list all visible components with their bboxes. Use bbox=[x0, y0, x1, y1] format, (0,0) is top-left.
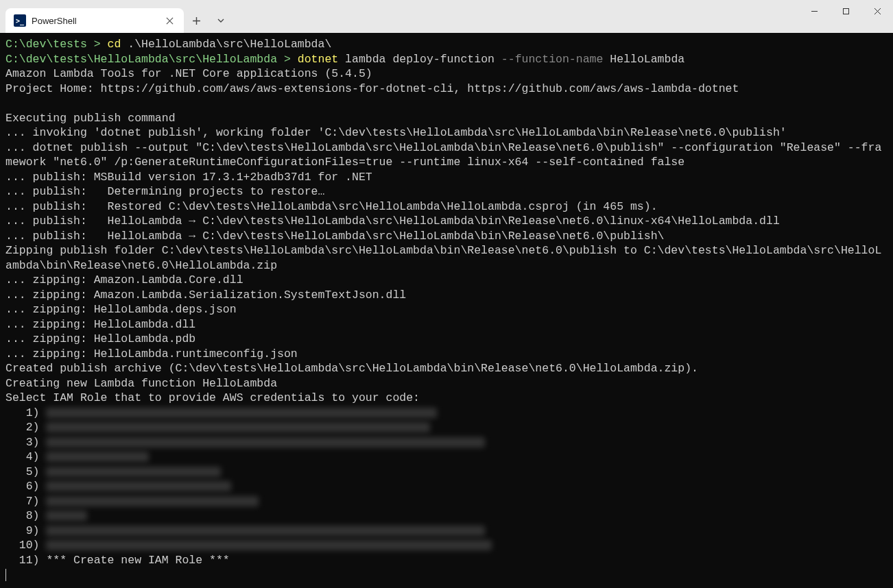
output-line: Zipping publish folder C:\dev\tests\Hell… bbox=[5, 244, 881, 272]
iam-role-option[interactable]: 5) bbox=[5, 465, 888, 480]
output-line: ... publish: Restored C:\dev\tests\Hello… bbox=[5, 200, 658, 213]
output-line: Select IAM Role that to provide AWS cred… bbox=[5, 391, 420, 404]
redacted-role-name bbox=[46, 511, 87, 521]
output-line: ... zipping: HelloLambda.deps.json bbox=[5, 303, 237, 316]
tab-close-button[interactable] bbox=[163, 14, 176, 27]
minimize-button[interactable] bbox=[798, 0, 830, 22]
output-line: ... publish: Determining projects to res… bbox=[5, 185, 324, 198]
prompt-path: C:\dev\tests bbox=[5, 38, 94, 51]
redacted-role-name bbox=[46, 408, 437, 418]
role-number: 2) bbox=[5, 420, 40, 435]
redacted-role-name bbox=[46, 526, 485, 536]
redacted-role-name bbox=[46, 452, 149, 462]
output-line: Executing publish command bbox=[5, 112, 176, 125]
output-line: ... publish: MSBuild version 17.3.1+2bad… bbox=[5, 171, 372, 184]
close-button[interactable] bbox=[861, 0, 893, 22]
output-line: ... zipping: Amazon.Lambda.Serialization… bbox=[5, 289, 406, 302]
role-number: 6) bbox=[5, 479, 40, 494]
role-number: 11) bbox=[5, 553, 40, 568]
tab-title: PowerShell bbox=[32, 16, 158, 26]
role-number: 10) bbox=[5, 538, 40, 553]
redacted-role-name bbox=[46, 437, 485, 448]
command-sub: lambda deploy-function bbox=[345, 53, 501, 66]
iam-role-option[interactable]: 11) *** Create new IAM Role *** bbox=[5, 553, 888, 568]
iam-role-option[interactable]: 3) bbox=[5, 435, 888, 450]
role-number: 4) bbox=[5, 450, 40, 465]
redacted-role-name bbox=[46, 422, 430, 432]
output-line: ... invoking 'dotnet publish', working f… bbox=[5, 126, 787, 139]
role-number: 7) bbox=[5, 494, 40, 509]
svg-rect-0 bbox=[843, 8, 848, 14]
redacted-role-name bbox=[46, 540, 492, 550]
prompt-caret: > bbox=[94, 38, 108, 51]
iam-role-option[interactable]: 7) bbox=[5, 494, 888, 509]
terminal-output[interactable]: C:\dev\tests > cd .\HelloLambda\src\Hell… bbox=[0, 33, 893, 588]
output-line: ... zipping: HelloLambda.runtimeconfig.j… bbox=[5, 347, 298, 360]
terminal-cursor bbox=[5, 569, 6, 581]
iam-role-option[interactable]: 10) bbox=[5, 538, 888, 553]
prompt-path: C:\dev\tests\HelloLambda\src\HelloLambda bbox=[5, 53, 284, 66]
command-flag: --function-name bbox=[501, 53, 610, 66]
title-bar: >_ PowerShell bbox=[0, 0, 893, 33]
new-tab-button[interactable] bbox=[184, 8, 209, 33]
output-line: ... dotnet publish --output "C:\dev\test… bbox=[5, 141, 881, 169]
iam-role-option[interactable]: 1) bbox=[5, 406, 888, 421]
output-line: ... publish: HelloLambda → C:\dev\tests\… bbox=[5, 215, 780, 228]
iam-role-list: 1) 2) 3) 4) 5) 6) 7) 8) 9) 10) 11) *** C… bbox=[5, 406, 888, 568]
iam-role-option[interactable]: 8) bbox=[5, 509, 888, 524]
command-val: HelloLambda bbox=[610, 53, 684, 66]
output-line: Creating new Lambda function HelloLambda bbox=[5, 377, 277, 390]
output-line: Project Home: https://github.com/aws/aws… bbox=[5, 82, 739, 95]
role-number: 1) bbox=[5, 406, 40, 421]
output-line: Created publish archive (C:\dev\tests\He… bbox=[5, 362, 698, 375]
role-number: 5) bbox=[5, 465, 40, 480]
prompt-caret: > bbox=[284, 53, 298, 66]
maximize-button[interactable] bbox=[830, 0, 861, 22]
iam-role-option[interactable]: 9) bbox=[5, 524, 888, 539]
role-label: *** Create new IAM Role *** bbox=[46, 554, 229, 567]
iam-role-option[interactable]: 4) bbox=[5, 450, 888, 465]
window-controls bbox=[798, 0, 893, 27]
role-number: 8) bbox=[5, 509, 40, 524]
command-cd: cd bbox=[108, 38, 128, 51]
tab-powershell[interactable]: >_ PowerShell bbox=[5, 8, 184, 33]
tab-dropdown-button[interactable] bbox=[209, 8, 233, 33]
redacted-role-name bbox=[46, 481, 231, 491]
output-line: ... zipping: HelloLambda.dll bbox=[5, 318, 195, 331]
role-number: 3) bbox=[5, 435, 40, 450]
output-line: ... zipping: HelloLambda.pdb bbox=[5, 332, 195, 345]
output-line: ... publish: HelloLambda → C:\dev\tests\… bbox=[5, 230, 664, 243]
output-line: Amazon Lambda Tools for .NET Core applic… bbox=[5, 67, 372, 80]
command-arg: .\HelloLambda\src\HelloLambda\ bbox=[128, 38, 331, 51]
redacted-role-name bbox=[46, 467, 221, 477]
command-dotnet: dotnet bbox=[298, 53, 345, 66]
powershell-icon: >_ bbox=[14, 14, 26, 27]
tabs-area: >_ PowerShell bbox=[5, 0, 888, 33]
output-line: ... zipping: Amazon.Lambda.Core.dll bbox=[5, 273, 243, 286]
iam-role-option[interactable]: 2) bbox=[5, 420, 888, 435]
redacted-role-name bbox=[46, 496, 259, 506]
role-number: 9) bbox=[5, 524, 40, 539]
iam-role-option[interactable]: 6) bbox=[5, 479, 888, 494]
